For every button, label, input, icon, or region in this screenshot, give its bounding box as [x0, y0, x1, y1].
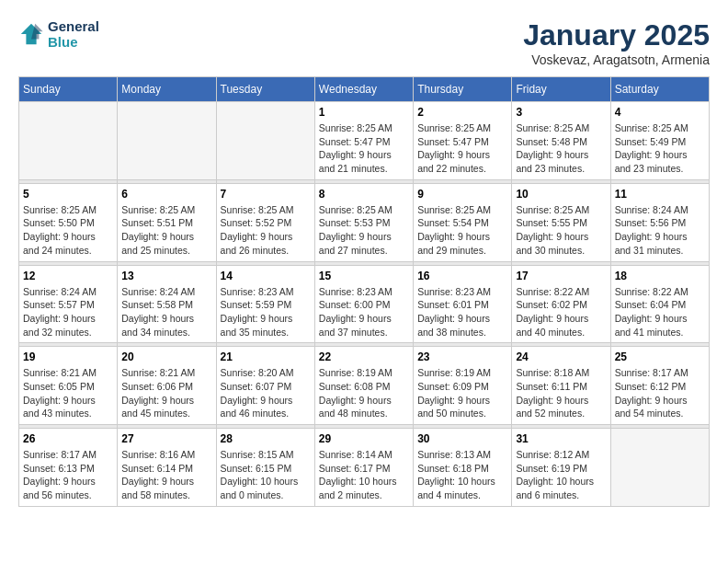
day-number: 15	[319, 270, 409, 282]
weekday-header: Monday	[118, 77, 216, 102]
calendar-day-cell: 17Sunrise: 8:22 AM Sunset: 6:02 PM Dayli…	[512, 265, 610, 343]
calendar-week-row: 12Sunrise: 8:24 AM Sunset: 5:57 PM Dayli…	[19, 265, 710, 343]
day-info: Sunrise: 8:18 AM Sunset: 6:11 PM Dayligh…	[516, 366, 606, 420]
logo-text-line1: General	[48, 18, 99, 34]
calendar-day-cell: 7Sunrise: 8:25 AM Sunset: 5:52 PM Daylig…	[216, 183, 314, 261]
weekday-header: Sunday	[19, 77, 118, 102]
day-info: Sunrise: 8:19 AM Sunset: 6:08 PM Dayligh…	[319, 366, 409, 420]
day-info: Sunrise: 8:23 AM Sunset: 5:59 PM Dayligh…	[221, 285, 311, 339]
calendar-day-cell: 30Sunrise: 8:13 AM Sunset: 6:18 PM Dayli…	[414, 429, 512, 507]
calendar-day-cell: 15Sunrise: 8:23 AM Sunset: 6:00 PM Dayli…	[314, 265, 413, 343]
calendar-day-cell	[216, 102, 314, 180]
calendar-day-cell: 23Sunrise: 8:19 AM Sunset: 6:09 PM Dayli…	[414, 347, 512, 425]
day-number: 8	[319, 188, 409, 201]
calendar-day-cell: 27Sunrise: 8:16 AM Sunset: 6:14 PM Dayli…	[118, 429, 216, 507]
day-info: Sunrise: 8:22 AM Sunset: 6:04 PM Dayligh…	[615, 285, 705, 339]
calendar-week-row: 26Sunrise: 8:17 AM Sunset: 6:13 PM Dayli…	[19, 429, 710, 507]
day-info: Sunrise: 8:24 AM Sunset: 5:56 PM Dayligh…	[615, 203, 705, 258]
calendar-day-cell	[118, 102, 216, 180]
day-info: Sunrise: 8:15 AM Sunset: 6:15 PM Dayligh…	[221, 448, 311, 502]
day-number: 12	[23, 270, 113, 282]
day-number: 14	[221, 270, 311, 282]
calendar-day-cell: 12Sunrise: 8:24 AM Sunset: 5:57 PM Dayli…	[19, 265, 118, 343]
day-number: 7	[221, 188, 311, 201]
day-number: 26	[23, 432, 113, 445]
day-number: 30	[417, 432, 507, 445]
day-info: Sunrise: 8:13 AM Sunset: 6:18 PM Dayligh…	[417, 448, 507, 502]
day-number: 25	[615, 350, 705, 363]
calendar-day-cell: 24Sunrise: 8:18 AM Sunset: 6:11 PM Dayli…	[512, 347, 610, 425]
day-info: Sunrise: 8:14 AM Sunset: 6:17 PM Dayligh…	[319, 448, 409, 502]
calendar-table: SundayMondayTuesdayWednesdayThursdayFrid…	[18, 76, 710, 507]
logo: General Blue	[18, 18, 99, 51]
calendar-day-cell: 4Sunrise: 8:25 AM Sunset: 5:49 PM Daylig…	[610, 102, 709, 180]
day-number: 21	[221, 350, 311, 363]
day-number: 5	[23, 188, 113, 201]
day-info: Sunrise: 8:25 AM Sunset: 5:53 PM Dayligh…	[319, 203, 409, 258]
day-info: Sunrise: 8:17 AM Sunset: 6:12 PM Dayligh…	[615, 366, 705, 420]
calendar-day-cell: 8Sunrise: 8:25 AM Sunset: 5:53 PM Daylig…	[314, 183, 413, 261]
day-number: 24	[516, 350, 606, 363]
calendar-day-cell: 2Sunrise: 8:25 AM Sunset: 5:47 PM Daylig…	[414, 102, 512, 180]
day-info: Sunrise: 8:16 AM Sunset: 6:14 PM Dayligh…	[121, 448, 211, 502]
calendar-day-cell: 6Sunrise: 8:25 AM Sunset: 5:51 PM Daylig…	[118, 183, 216, 261]
month-title: January 2025	[523, 18, 710, 52]
calendar-day-cell: 1Sunrise: 8:25 AM Sunset: 5:47 PM Daylig…	[314, 102, 413, 180]
day-info: Sunrise: 8:22 AM Sunset: 6:02 PM Dayligh…	[516, 285, 606, 339]
calendar-header-row: SundayMondayTuesdayWednesdayThursdayFrid…	[19, 77, 710, 102]
calendar-day-cell: 5Sunrise: 8:25 AM Sunset: 5:50 PM Daylig…	[19, 183, 118, 261]
weekday-header: Saturday	[610, 77, 709, 102]
day-info: Sunrise: 8:25 AM Sunset: 5:50 PM Dayligh…	[23, 203, 113, 258]
day-info: Sunrise: 8:17 AM Sunset: 6:13 PM Dayligh…	[23, 448, 113, 502]
day-info: Sunrise: 8:23 AM Sunset: 6:01 PM Dayligh…	[417, 285, 507, 339]
day-info: Sunrise: 8:20 AM Sunset: 6:07 PM Dayligh…	[221, 366, 311, 420]
day-info: Sunrise: 8:24 AM Sunset: 5:58 PM Dayligh…	[121, 285, 211, 339]
day-info: Sunrise: 8:25 AM Sunset: 5:49 PM Dayligh…	[615, 121, 705, 176]
day-number: 20	[121, 350, 211, 363]
day-number: 11	[615, 188, 705, 201]
day-info: Sunrise: 8:25 AM Sunset: 5:47 PM Dayligh…	[417, 121, 507, 176]
day-number: 28	[221, 432, 311, 445]
day-number: 22	[319, 350, 409, 363]
calendar-day-cell: 29Sunrise: 8:14 AM Sunset: 6:17 PM Dayli…	[314, 429, 413, 507]
day-number: 19	[23, 350, 113, 363]
day-number: 29	[319, 432, 409, 445]
day-number: 4	[615, 106, 705, 119]
calendar-day-cell: 26Sunrise: 8:17 AM Sunset: 6:13 PM Dayli…	[19, 429, 118, 507]
day-number: 27	[121, 432, 211, 445]
day-info: Sunrise: 8:21 AM Sunset: 6:06 PM Dayligh…	[121, 366, 211, 420]
logo-text-line2: Blue	[48, 34, 99, 50]
day-number: 2	[417, 106, 507, 119]
day-info: Sunrise: 8:23 AM Sunset: 6:00 PM Dayligh…	[319, 285, 409, 339]
calendar-day-cell: 14Sunrise: 8:23 AM Sunset: 5:59 PM Dayli…	[216, 265, 314, 343]
day-number: 6	[121, 188, 211, 201]
day-info: Sunrise: 8:24 AM Sunset: 5:57 PM Dayligh…	[23, 285, 113, 339]
day-number: 16	[417, 270, 507, 282]
day-info: Sunrise: 8:21 AM Sunset: 6:05 PM Dayligh…	[23, 366, 113, 420]
calendar-day-cell: 25Sunrise: 8:17 AM Sunset: 6:12 PM Dayli…	[610, 347, 709, 425]
title-block: January 2025 Voskevaz, Aragatsotn, Armen…	[523, 18, 710, 67]
day-number: 18	[615, 270, 705, 282]
day-info: Sunrise: 8:25 AM Sunset: 5:52 PM Dayligh…	[221, 203, 311, 258]
calendar-week-row: 19Sunrise: 8:21 AM Sunset: 6:05 PM Dayli…	[19, 347, 710, 425]
weekday-header: Tuesday	[216, 77, 314, 102]
calendar-day-cell: 11Sunrise: 8:24 AM Sunset: 5:56 PM Dayli…	[610, 183, 709, 261]
calendar-week-row: 1Sunrise: 8:25 AM Sunset: 5:47 PM Daylig…	[19, 102, 710, 180]
calendar-day-cell: 22Sunrise: 8:19 AM Sunset: 6:08 PM Dayli…	[314, 347, 413, 425]
page-header: General Blue January 2025 Voskevaz, Arag…	[18, 18, 710, 67]
calendar-day-cell: 9Sunrise: 8:25 AM Sunset: 5:54 PM Daylig…	[414, 183, 512, 261]
day-number: 31	[516, 432, 606, 445]
calendar-week-row: 5Sunrise: 8:25 AM Sunset: 5:50 PM Daylig…	[19, 183, 710, 261]
day-number: 1	[319, 106, 409, 119]
day-info: Sunrise: 8:25 AM Sunset: 5:48 PM Dayligh…	[516, 121, 606, 176]
day-number: 10	[516, 188, 606, 201]
calendar-day-cell: 3Sunrise: 8:25 AM Sunset: 5:48 PM Daylig…	[512, 102, 610, 180]
day-number: 23	[417, 350, 507, 363]
weekday-header: Friday	[512, 77, 610, 102]
calendar-day-cell: 19Sunrise: 8:21 AM Sunset: 6:05 PM Dayli…	[19, 347, 118, 425]
day-number: 13	[121, 270, 211, 282]
calendar-day-cell: 16Sunrise: 8:23 AM Sunset: 6:01 PM Dayli…	[414, 265, 512, 343]
calendar-day-cell: 18Sunrise: 8:22 AM Sunset: 6:04 PM Dayli…	[610, 265, 709, 343]
day-number: 9	[417, 188, 507, 201]
calendar-day-cell: 28Sunrise: 8:15 AM Sunset: 6:15 PM Dayli…	[216, 429, 314, 507]
